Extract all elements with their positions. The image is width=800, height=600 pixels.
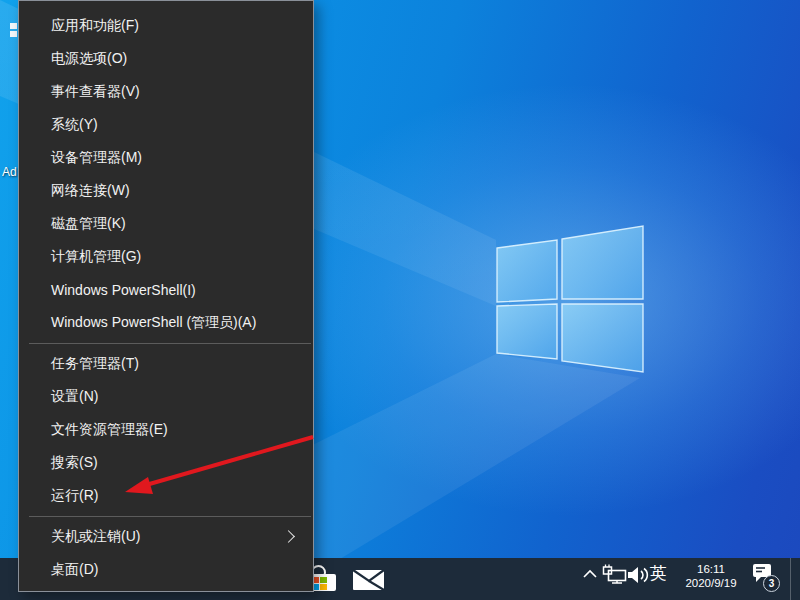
taskbar-clock[interactable]: 16:11 2020/9/19 [678,562,744,590]
start-flag-pane [10,31,17,37]
volume-icon[interactable] [628,566,650,584]
menu-item-label: 桌面(D) [51,561,98,579]
clock-time: 16:11 [678,562,744,576]
menu-item[interactable]: Windows PowerShell (管理员)(A) [19,306,313,339]
hidden-icons-chevron-up-icon[interactable] [583,569,597,579]
menu-item[interactable]: 搜索(S) [19,446,313,479]
notification-count-badge: 3 [763,575,780,592]
menu-item[interactable]: 系统(Y) [19,108,313,141]
menu-item-label: 应用和功能(F) [51,17,139,35]
menu-item[interactable]: 桌面(D) [19,553,313,586]
menu-item-label: 系统(Y) [51,116,98,134]
action-center-icon[interactable]: 3 [752,563,782,593]
clock-date: 2020/9/19 [678,576,744,590]
submenu-chevron-icon [282,530,295,543]
desktop-icon-label[interactable]: Ad [2,165,18,179]
menu-item[interactable]: 文件资源管理器(E) [19,413,313,446]
menu-item-label: 运行(R) [51,487,98,505]
menu-item[interactable]: Windows PowerShell(I) [19,273,313,306]
show-desktop-button[interactable] [790,558,800,600]
menu-item-label: Windows PowerShell (管理员)(A) [51,314,256,332]
menu-item-label: 文件资源管理器(E) [51,421,168,439]
menu-item[interactable]: 运行(R) [19,479,313,512]
desktop-screen: Ad [0,0,800,600]
menu-item-label: 搜索(S) [51,454,98,472]
winx-context-menu: 应用和功能(F)电源选项(O)事件查看器(V)系统(Y)设备管理器(M)网络连接… [18,0,314,592]
ime-language-indicator[interactable]: 英 [650,563,667,585]
menu-separator [19,512,313,520]
winx-menu-list: 应用和功能(F)电源选项(O)事件查看器(V)系统(Y)设备管理器(M)网络连接… [19,9,313,586]
menu-item[interactable]: 设置(N) [19,380,313,413]
menu-item[interactable]: 网络连接(W) [19,174,313,207]
menu-item[interactable]: 任务管理器(T) [19,347,313,380]
menu-item-label: 磁盘管理(K) [51,215,126,233]
menu-item[interactable]: 磁盘管理(K) [19,207,313,240]
menu-item-label: Windows PowerShell(I) [51,282,196,298]
menu-item[interactable]: 应用和功能(F) [19,9,313,42]
start-flag-pane [10,23,17,29]
menu-item-label: 电源选项(O) [51,50,127,68]
menu-item[interactable]: 关机或注销(U) [19,520,313,553]
menu-item-label: 关机或注销(U) [51,528,140,546]
menu-item-label: 设备管理器(M) [51,149,142,167]
menu-item[interactable]: 事件查看器(V) [19,75,313,108]
menu-item-label: 任务管理器(T) [51,355,139,373]
start-button-partial[interactable] [10,23,18,37]
menu-item-label: 设置(N) [51,388,98,406]
menu-item-label: 事件查看器(V) [51,83,140,101]
menu-item[interactable]: 电源选项(O) [19,42,313,75]
menu-item[interactable]: 设备管理器(M) [19,141,313,174]
menu-item[interactable]: 计算机管理(G) [19,240,313,273]
menu-separator [19,339,313,347]
ethernet-network-icon[interactable] [602,564,628,584]
menu-item-label: 计算机管理(G) [51,248,141,266]
menu-item-label: 网络连接(W) [51,182,130,200]
